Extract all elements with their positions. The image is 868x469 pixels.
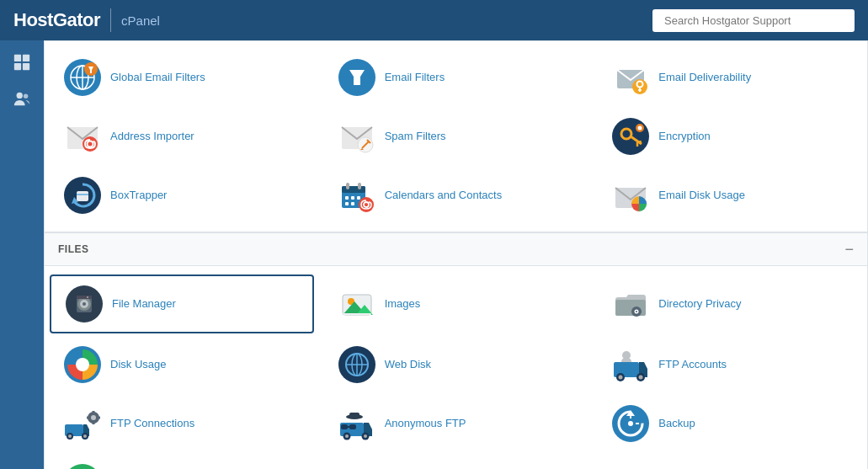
search-input[interactable]	[652, 9, 855, 32]
svg-point-110	[628, 421, 633, 426]
svg-rect-3	[23, 63, 29, 70]
item-address-importer[interactable]: Address Importer	[50, 109, 314, 164]
anonymous-ftp-icon	[338, 404, 376, 443]
svg-point-78	[619, 376, 623, 380]
svg-point-97	[345, 434, 349, 438]
item-ftp-connections[interactable]: FTP Connections	[50, 396, 314, 451]
svg-rect-44	[351, 196, 354, 200]
svg-point-5	[24, 94, 29, 99]
images-icon	[338, 285, 376, 323]
web-disk-label: Web Disk	[385, 358, 431, 372]
svg-point-67	[636, 311, 637, 312]
content-area: Global Email Filters Email Filters	[44, 40, 868, 469]
address-importer-icon	[63, 117, 102, 156]
disk-usage-label: Disk Usage	[110, 358, 166, 372]
item-boxtrapper[interactable]: BoxTrapper	[50, 168, 314, 223]
global-email-filters-icon	[63, 58, 102, 97]
svg-rect-46	[345, 202, 349, 205]
spam-filters-label: Spam Filters	[385, 130, 446, 144]
ftp-connections-label: FTP Connections	[110, 417, 194, 431]
email-filters-label: Email Filters	[385, 71, 445, 85]
item-spam-filters[interactable]: Spam Filters	[324, 109, 588, 164]
spam-filters-icon	[338, 117, 376, 156]
item-global-email-filters[interactable]: Global Email Filters	[50, 50, 314, 105]
boxtrapper-label: BoxTrapper	[110, 189, 167, 203]
backup-wizard-icon	[63, 463, 102, 469]
svg-rect-104	[349, 413, 359, 418]
item-email-deliverability[interactable]: Email Deliverability	[598, 50, 862, 105]
svg-rect-91	[93, 422, 95, 424]
item-backup[interactable]: Backup	[598, 396, 862, 451]
item-backup-wizard[interactable]: Backup Wizard	[50, 455, 314, 469]
svg-rect-47	[351, 202, 354, 205]
svg-rect-90	[93, 411, 95, 413]
header: HostGator cPanel	[0, 0, 868, 40]
svg-point-111	[64, 464, 101, 469]
item-file-manager[interactable]: File Manager	[50, 274, 314, 333]
header-divider	[110, 8, 111, 32]
sidebar	[0, 40, 44, 469]
directory-privacy-icon	[611, 285, 650, 323]
boxtrapper-icon	[63, 176, 102, 215]
files-items-grid: File Manager	[45, 266, 867, 469]
item-web-disk[interactable]: Web Disk	[324, 337, 588, 392]
item-images[interactable]: Images	[324, 274, 588, 333]
svg-point-87	[83, 434, 87, 438]
backup-label: Backup	[658, 417, 695, 431]
svg-point-69	[76, 358, 89, 371]
svg-point-80	[639, 376, 643, 380]
email-disk-usage-icon	[611, 176, 650, 215]
item-email-filters[interactable]: Email Filters	[324, 50, 588, 105]
calendars-contacts-icon	[338, 176, 376, 215]
email-deliverability-label: Email Deliverability	[658, 71, 751, 85]
files-section-toggle[interactable]: −	[844, 242, 854, 257]
svg-rect-37	[77, 191, 88, 201]
svg-point-99	[364, 434, 367, 438]
grid-icon[interactable]	[7, 47, 37, 77]
global-email-filters-label: Global Email Filters	[110, 71, 205, 85]
users-icon[interactable]	[7, 84, 37, 115]
svg-rect-2	[14, 63, 21, 70]
item-calendars-contacts[interactable]: Calendars and Contacts	[324, 168, 588, 223]
backup-icon	[611, 404, 650, 443]
svg-point-89	[91, 415, 96, 420]
item-anonymous-ftp[interactable]: Anonymous FTP	[324, 396, 588, 451]
svg-rect-57	[77, 296, 92, 299]
cpanel-label: cPanel	[121, 13, 160, 28]
svg-point-34	[638, 126, 642, 131]
anonymous-ftp-label: Anonymous FTP	[385, 417, 466, 431]
disk-usage-icon	[63, 345, 102, 384]
email-filters-icon	[338, 58, 376, 97]
svg-rect-0	[14, 55, 21, 61]
svg-rect-42	[358, 183, 361, 189]
web-disk-icon	[338, 345, 376, 384]
svg-rect-43	[345, 196, 349, 200]
ftp-connections-icon	[63, 404, 102, 443]
item-ftp-accounts[interactable]: FTP Accounts	[598, 337, 862, 392]
directory-privacy-label: Directory Privacy	[658, 297, 741, 312]
encryption-label: Encryption	[658, 130, 710, 144]
svg-point-85	[68, 434, 72, 438]
email-section: Global Email Filters Email Filters	[44, 40, 868, 232]
logo: HostGator	[13, 9, 100, 31]
svg-rect-100	[341, 424, 348, 429]
calendars-contacts-label: Calendars and Contacts	[385, 189, 502, 203]
svg-point-58	[87, 296, 88, 298]
svg-rect-63	[343, 313, 371, 315]
item-directory-privacy[interactable]: Directory Privacy	[598, 274, 862, 333]
files-section: FILES −	[44, 232, 868, 469]
item-disk-usage[interactable]: Disk Usage	[50, 337, 314, 392]
images-label: Images	[385, 297, 421, 312]
svg-rect-101	[349, 424, 356, 429]
svg-rect-1	[23, 55, 29, 61]
item-email-disk-usage[interactable]: Email Disk Usage	[598, 168, 862, 223]
svg-rect-41	[346, 183, 349, 189]
svg-point-4	[17, 93, 23, 99]
svg-point-56	[83, 302, 86, 306]
email-items-grid: Global Email Filters Email Filters	[45, 41, 867, 232]
svg-rect-40	[342, 186, 365, 193]
main-layout: Global Email Filters Email Filters	[0, 40, 868, 469]
file-manager-label: File Manager	[112, 297, 176, 312]
item-encryption[interactable]: Encryption	[598, 109, 862, 164]
file-manager-icon	[65, 285, 104, 323]
